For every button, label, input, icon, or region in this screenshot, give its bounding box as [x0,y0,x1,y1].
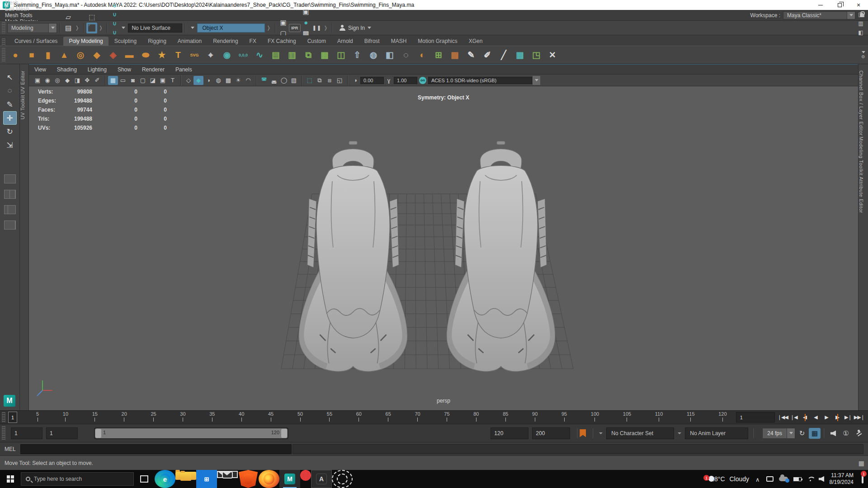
weather-widget[interactable]: 1 28°C Cloudy [706,475,749,483]
grid-toggle-icon[interactable]: ▦ [108,76,118,85]
poke-icon[interactable]: ⊞ [430,47,447,63]
boolean-union-icon[interactable]: ⧉ [300,47,316,63]
range-start-handle[interactable] [95,429,101,438]
command-result-field[interactable] [292,444,863,454]
symmetry-object-field[interactable]: Object X [197,23,265,33]
range-end-handle[interactable] [281,429,287,438]
shelf-tab-rigging[interactable]: Rigging [142,37,172,46]
color-management-on-icon[interactable]: on [419,77,426,84]
resolution-gate-icon[interactable]: ◙ [128,76,138,85]
help-grid-icon[interactable]: ▦ [859,460,864,467]
shelf-tab-fx[interactable]: FX [244,37,262,46]
maya-icon[interactable]: M [279,470,300,488]
checker-icon[interactable]: ▩ [447,47,463,63]
shelf-tab-curves-surfaces[interactable]: Curves / Surfaces [9,37,63,46]
chevron-down-icon[interactable] [122,27,125,29]
shelf-tab-mash[interactable]: MASH [386,37,412,46]
shaded-icon[interactable]: ◆ [193,76,203,85]
swim-fin-right[interactable] [439,133,563,377]
tray-expand-icon[interactable]: ∧ [755,476,760,483]
panel-menu-renderer[interactable]: Renderer [137,66,170,73]
ipr-render-icon[interactable]: IPR [289,24,301,32]
smooth-icon[interactable]: ◍ [365,47,382,63]
snap-together-icon[interactable]: ◉ [219,47,235,63]
search-input[interactable]: Type here to search [21,472,134,486]
poly-star-icon[interactable]: ★ [154,47,170,63]
time-slider[interactable]: 1 51015202530354045505560657075808590951… [0,410,868,424]
shelf-gear-icon[interactable]: ⚙ [861,54,865,59]
poly-sphere-icon[interactable]: ● [7,47,24,63]
quad-draw-icon[interactable]: ✎ [463,47,479,63]
menu-mesh[interactable]: Mesh [0,0,42,6]
combine-icon[interactable]: ▦ [316,47,333,63]
menu-edit-mesh[interactable]: Edit Mesh [0,6,42,12]
shelf-tab-rendering[interactable]: Rendering [208,37,243,46]
current-frame-field[interactable]: 1 [736,412,775,422]
current-frame-marker[interactable]: 1 [8,412,17,423]
multi-cut-icon[interactable]: ╱ [495,47,512,63]
anim-layer-dropdown[interactable]: No Anim Layer [685,427,748,439]
render-light-icon[interactable]: ● [301,17,311,28]
poly-disc-icon[interactable]: ⬬ [137,47,154,63]
poly-plane-icon[interactable]: ◆ [89,47,105,63]
render-settings-icon[interactable]: ▣ [301,6,311,17]
exposure-field[interactable]: 0.00 [360,77,384,84]
animation-start-field[interactable]: 1 [11,427,42,439]
brave-icon[interactable] [238,470,259,488]
shelf-tab-motion-graphics[interactable]: Motion Graphics [412,37,462,46]
snap-point-icon[interactable]: ∪ [110,19,119,28]
image-plane-icon[interactable]: ◨ [72,76,82,85]
step-back-key-button[interactable]: ◀ [800,413,810,422]
tab-modeling-toolkit[interactable]: Modeling Toolkit [859,136,864,176]
go-to-start-button[interactable]: ❘◀◀ [778,413,788,422]
toggle-channel-box-icon[interactable]: ◨ [856,10,865,19]
battery-icon[interactable] [793,477,802,481]
app-a-icon[interactable]: A [311,470,332,488]
shelf-tab-xgen[interactable]: XGen [463,37,488,46]
layout-single-pane-button[interactable] [4,174,16,183]
panel-menu-shading[interactable]: Shading [52,66,82,73]
sweep-mesh-icon[interactable]: ∿ [251,47,268,63]
select-object-icon[interactable]: ⬛ [86,23,97,33]
tab-channel-box[interactable]: Channel Box / Layer Editor [859,70,864,136]
drag-handle[interactable] [2,48,5,62]
playback-end-field[interactable]: 120 [491,427,528,439]
open-scene-icon[interactable]: ▱ [63,12,74,23]
select-hierarchy-icon[interactable]: ⬚ [86,12,97,23]
field-chart-icon[interactable]: ◪ [148,76,158,85]
fps-dropdown[interactable]: 24 fps [762,428,795,439]
shelf-tab-sculpting[interactable]: Sculpting [109,37,142,46]
xray-joints-icon[interactable]: ◛ [269,76,279,85]
panel-menu-show[interactable]: Show [112,66,137,73]
globe-icon[interactable]: ◐ [414,47,430,63]
character-set-dropdown[interactable]: No Character Set [606,427,674,439]
sync-playback-icon[interactable]: ① [840,428,852,439]
opera-icon[interactable] [300,470,311,481]
poly-cylinder-icon[interactable]: ▮ [40,47,56,63]
mute-audio-icon[interactable] [827,428,839,439]
camera-attributes-icon[interactable]: ◎ [52,76,62,85]
uv-editor-icon[interactable]: ▦ [512,47,528,63]
drag-handle[interactable] [2,412,5,422]
play-forwards-button[interactable]: ▶ [821,413,831,422]
firefox-icon[interactable] [259,470,279,488]
playback-start-field[interactable]: 1 [46,427,78,439]
step-back-frame-button[interactable]: ❘◀ [789,413,799,422]
ao-icon[interactable]: ☀ [233,76,243,85]
snap-to-grid-small-icon[interactable]: ⧉ [315,76,325,85]
use-all-lights-icon[interactable]: ◍ [213,76,223,85]
evaluation-mode-icon[interactable] [853,428,864,439]
viewport-select-icon[interactable]: ⬚ [305,76,315,85]
chevron-down-icon[interactable] [599,432,603,434]
layout-persp-uv-button[interactable] [4,221,16,230]
snap-grid-icon[interactable]: ∪ [110,1,119,10]
poly-torus-icon[interactable]: ◎ [72,47,89,63]
file-explorer-icon[interactable] [175,472,196,480]
frame-selection-icon[interactable]: ◱ [335,76,344,85]
construction-plane-icon[interactable]: ⌖ [203,47,219,63]
select-tool[interactable]: ↖ [3,70,17,84]
motion-blur-icon[interactable]: ◠ [243,76,253,85]
play-backwards-button[interactable]: ◀ [811,413,821,422]
separate-icon[interactable]: ◫ [333,47,349,63]
swim-fin-left[interactable] [291,133,415,377]
